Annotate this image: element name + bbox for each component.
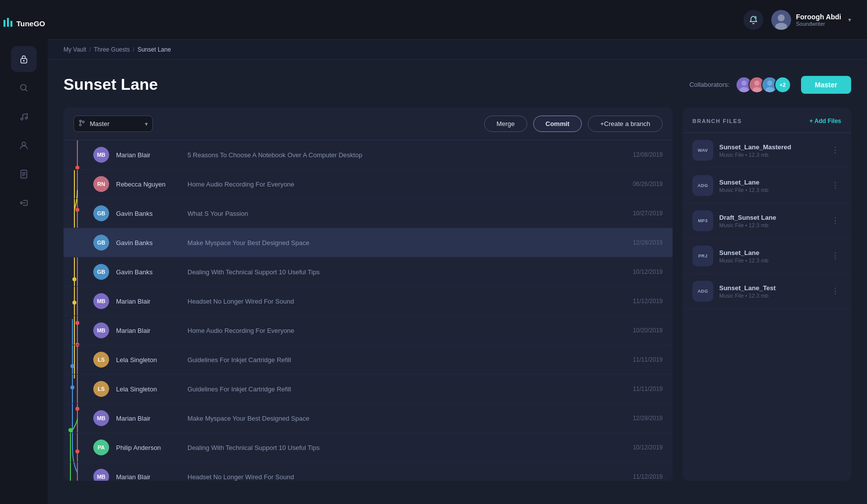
commit-row[interactable]: RN Rebecca Nguyen Home Audio Recording F…: [63, 170, 673, 199]
sidebar-item-lock[interactable]: [11, 46, 37, 72]
commit-row[interactable]: GB Gavin Banks Make Myspace Your Best De…: [63, 228, 673, 257]
commit-row[interactable]: MB Marian Blair Home Audio Recording For…: [63, 316, 673, 345]
master-button[interactable]: Master: [801, 76, 851, 94]
commit-date: 10/12/2019: [633, 268, 663, 275]
file-list: WAV Sunset_Lane_Mastered Music File • 12…: [682, 133, 851, 481]
commit-row[interactable]: MB Marian Blair Make Myspace Your Best D…: [63, 404, 673, 433]
avatar-face: GB: [93, 264, 109, 280]
user-profile[interactable]: Foroogh Abdi Soundwriter ▾: [771, 10, 851, 30]
merge-button[interactable]: Merge: [484, 116, 527, 132]
file-menu-button[interactable]: ⋮: [829, 144, 841, 156]
commit-message: Home Audio Recording For Everyone: [187, 327, 626, 334]
file-badge: WAV: [692, 140, 713, 161]
collaborators-label: Collaborators:: [689, 81, 730, 88]
commit-row[interactable]: MB Marian Blair 5 Reasons To Choose A No…: [63, 140, 673, 170]
commit-row[interactable]: LS Lela Singleton Guidelines For Inkjet …: [63, 345, 673, 375]
file-item[interactable]: WAV Sunset_Lane_Mastered Music File • 12…: [682, 133, 851, 168]
avatar-face: GB: [93, 235, 109, 251]
commit-avatar: MB: [93, 322, 109, 338]
file-menu-button[interactable]: ⋮: [829, 285, 841, 297]
commit-avatar: GB: [93, 235, 109, 251]
commit-row[interactable]: GB Gavin Banks What S Your Passion 10/27…: [63, 199, 673, 228]
breadcrumb-three-guests[interactable]: Three Guests: [94, 46, 130, 53]
page-header: Sunset Lane Collaborators: +2 Master: [63, 75, 851, 94]
file-info: Sunset_Lane Music File • 12.3 mb: [719, 179, 823, 193]
sidebar-item-logout[interactable]: [11, 190, 37, 216]
commit-author: Gavin Banks: [116, 268, 181, 276]
collab-more[interactable]: +2: [774, 76, 791, 93]
sidebar-item-doc[interactable]: [11, 161, 37, 187]
file-info: Sunset_Lane Music File • 12.3 mb: [719, 249, 823, 263]
commit-avatar: MB: [93, 293, 109, 309]
commit-author: Marian Blair: [116, 151, 181, 159]
file-item[interactable]: PRJ Sunset_Lane Music File • 12.3 mb ⋮: [682, 239, 851, 274]
commit-date: 06/26/2019: [633, 181, 663, 188]
file-item[interactable]: MP3 Draft_Sunset Lane Music File • 12.3 …: [682, 203, 851, 239]
commit-row[interactable]: LS Lela Singleton Guidelines For Inkjet …: [63, 375, 673, 404]
commit-author: Philip Anderson: [116, 444, 181, 451]
commit-date: 12/28/2019: [633, 415, 663, 422]
breadcrumb-sep-2: /: [133, 46, 134, 53]
notification-button[interactable]: [743, 10, 763, 30]
svg-point-6: [21, 118, 23, 120]
commit-date: 11/11/2019: [633, 385, 663, 392]
svg-point-5: [21, 85, 26, 90]
commit-row[interactable]: GB Gavin Banks Dealing With Technical Su…: [63, 257, 673, 287]
file-name: Sunset_Lane: [719, 179, 823, 186]
svg-rect-1: [7, 18, 9, 27]
file-name: Sunset_Lane_Test: [719, 284, 823, 292]
toolbar: Master ▾ Merge Commit +Create a branch: [63, 108, 673, 140]
svg-point-25: [82, 121, 84, 123]
commit-avatar: PA: [93, 440, 109, 455]
branch-files-label: BRANCH FILES: [692, 118, 742, 124]
commit-avatar: MB: [93, 147, 109, 163]
commit-avatar: GB: [93, 264, 109, 280]
commit-avatar: MB: [93, 410, 109, 426]
sidebar-item-music[interactable]: [11, 104, 37, 129]
svg-point-15: [742, 80, 747, 86]
commit-message: Make Myspace Your Best Designed Space: [187, 415, 626, 422]
sidebar-item-users[interactable]: [11, 132, 37, 158]
commit-author: Marian Blair: [116, 415, 181, 422]
commit-author: Lela Singleton: [116, 356, 181, 364]
commit-message: Headset No Longer Wired For Sound: [187, 298, 626, 305]
avatar-face: PA: [93, 440, 109, 455]
svg-point-12: [778, 14, 785, 21]
right-panel-header: BRANCH FILES + Add Files: [682, 108, 851, 133]
commit-date: 12/28/2019: [633, 239, 663, 246]
file-badge: MP3: [692, 210, 713, 231]
commit-date: 11/12/2019: [633, 473, 663, 480]
avatar-face: RN: [93, 176, 109, 192]
svg-point-21: [767, 80, 773, 86]
commit-list: MB Marian Blair 5 Reasons To Choose A No…: [63, 140, 673, 481]
file-menu-button[interactable]: ⋮: [829, 180, 841, 191]
commit-author: Marian Blair: [116, 473, 181, 481]
avatar-face: MB: [93, 147, 109, 163]
commit-button[interactable]: Commit: [533, 116, 582, 132]
file-item[interactable]: ADG Sunset_Lane Music File • 12.3 mb ⋮: [682, 168, 851, 203]
add-files-button[interactable]: + Add Files: [809, 118, 841, 125]
commit-message: Dealing With Technical Support 10 Useful…: [187, 444, 626, 451]
commit-row[interactable]: MB Marian Blair Headset No Longer Wired …: [63, 287, 673, 316]
file-menu-button[interactable]: ⋮: [829, 215, 841, 227]
file-menu-button[interactable]: ⋮: [829, 250, 841, 262]
commit-avatar: GB: [93, 205, 109, 221]
commit-author: Gavin Banks: [116, 239, 181, 247]
breadcrumb: My Vault / Three Guests / Sunset Lane: [63, 46, 171, 53]
branch-select[interactable]: Master: [73, 116, 153, 132]
logo-icon: [2, 17, 13, 30]
commit-date: 10/20/2019: [633, 327, 663, 334]
sidebar-item-search[interactable]: [11, 75, 37, 101]
commit-row[interactable]: MB Marian Blair Headset No Longer Wired …: [63, 462, 673, 481]
user-role: Soundwriter: [796, 21, 841, 27]
commit-avatar: LS: [93, 381, 109, 397]
create-branch-button[interactable]: +Create a branch: [588, 116, 663, 132]
svg-point-7: [25, 117, 27, 119]
file-item[interactable]: ADG Sunset_Lane_Test Music File • 12.3 m…: [682, 274, 851, 309]
breadcrumb-my-vault[interactable]: My Vault: [63, 46, 86, 53]
branch-icon: [78, 120, 85, 128]
commit-message: What S Your Passion: [187, 210, 626, 217]
svg-point-4: [23, 60, 25, 62]
commit-row[interactable]: PA Philip Anderson Dealing With Technica…: [63, 433, 673, 462]
file-meta: Music File • 12.3 mb: [719, 257, 823, 263]
